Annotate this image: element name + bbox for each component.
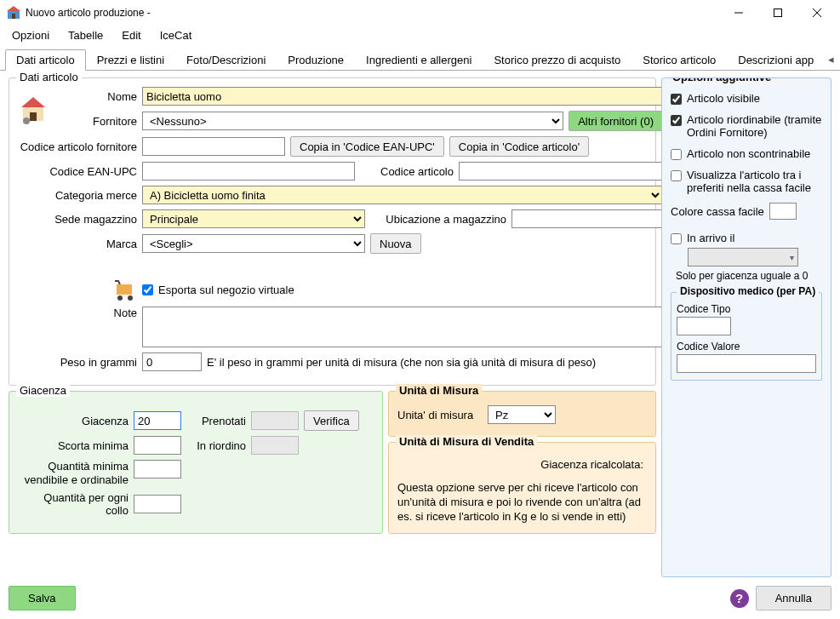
select-marca[interactable]: <Scegli> bbox=[142, 234, 365, 253]
btn-annulla[interactable]: Annulla bbox=[756, 586, 831, 610]
label-esporta: Esporta sul negozio virtuale bbox=[158, 284, 294, 296]
input-giacenza[interactable] bbox=[134, 411, 181, 430]
color-swatch[interactable] bbox=[769, 203, 797, 220]
menu-icecat[interactable]: IceCat bbox=[160, 29, 192, 42]
label-ubicazione: Ubicazione a magazzino bbox=[370, 213, 506, 226]
select-fornitore[interactable]: <Nessuno> bbox=[142, 112, 563, 130]
label-categoria: Categoria merce bbox=[18, 189, 137, 202]
label-codice-ean: Codice EAN-UPC bbox=[18, 165, 137, 178]
label-codice-tipo: Codice Tipo bbox=[677, 303, 816, 315]
input-codice-fornitore[interactable] bbox=[142, 137, 285, 156]
minimize-button[interactable] bbox=[719, 0, 758, 26]
tab-storico-articolo[interactable]: Storico articolo bbox=[631, 49, 727, 70]
svg-point-13 bbox=[128, 295, 133, 301]
legend-dati-articolo: Dati articolo bbox=[16, 71, 82, 83]
label-peso: Peso in grammi bbox=[18, 356, 137, 369]
tab-storico-prezzo[interactable]: Storico prezzo di acquisto bbox=[483, 49, 631, 70]
checkbox-visibile[interactable] bbox=[671, 94, 682, 105]
input-scorta[interactable] bbox=[134, 436, 181, 455]
svg-marker-1 bbox=[7, 6, 20, 11]
tab-foto[interactable]: Foto/Descrizioni bbox=[175, 49, 277, 70]
label-arrivo: In arrivo il bbox=[687, 232, 734, 244]
btn-copia-codice[interactable]: Copia in 'Codice articolo' bbox=[449, 136, 589, 157]
tab-prezzi[interactable]: Prezzi e listini bbox=[86, 49, 175, 70]
group-giacenza: Giacenza Giacenza Prenotati Verifica Sco… bbox=[9, 391, 383, 534]
input-codice-valore[interactable] bbox=[677, 354, 816, 373]
menu-edit[interactable]: Edit bbox=[122, 29, 140, 42]
svg-point-12 bbox=[117, 295, 123, 301]
checkbox-arrivo[interactable] bbox=[671, 233, 682, 244]
label-colore: Colore cassa facile bbox=[671, 205, 764, 218]
btn-altri-fornitori[interactable]: Altri fornitori (0) bbox=[569, 111, 663, 131]
input-prenotati bbox=[251, 411, 299, 430]
checkbox-preferiti[interactable] bbox=[671, 170, 682, 181]
group-dispositivo: Dispositivo medico (per PA) Codice Tipo … bbox=[671, 292, 822, 381]
menu-tabelle[interactable]: Tabelle bbox=[68, 29, 103, 42]
select-sede[interactable]: Principale bbox=[142, 209, 365, 228]
maximize-button[interactable] bbox=[758, 0, 797, 26]
footer: Salva ? Annulla bbox=[0, 581, 840, 619]
group-opzioni: Opzioni aggiuntive Articolo visibile Art… bbox=[661, 77, 831, 577]
btn-nuova-marca[interactable]: Nuova bbox=[370, 233, 421, 254]
tabbar: Dati articolo Prezzi e listini Foto/Desc… bbox=[0, 49, 840, 71]
input-nome[interactable] bbox=[142, 87, 663, 106]
label-preferiti: Visualizza l'articolo tra i preferiti ne… bbox=[687, 169, 822, 194]
input-peso[interactable] bbox=[142, 352, 202, 371]
menubar: Opzioni Tabelle Edit IceCat bbox=[0, 26, 840, 49]
input-qta-collo[interactable] bbox=[134, 495, 181, 513]
textarea-note[interactable] bbox=[142, 307, 663, 347]
tab-dati-articolo[interactable]: Dati articolo bbox=[5, 49, 86, 71]
svg-rect-11 bbox=[117, 284, 132, 295]
label-marca: Marca bbox=[18, 238, 137, 250]
label-riordinabile: Articolo riordinabile (tramite Ordini Fo… bbox=[687, 113, 822, 139]
group-unita: Unità di Misura Unita' di misura Pz bbox=[388, 391, 656, 437]
label-unita: Unita' di misura bbox=[397, 409, 483, 421]
menu-opzioni[interactable]: Opzioni bbox=[12, 29, 49, 42]
house-icon bbox=[18, 95, 49, 126]
tab-ingredienti[interactable]: Ingredienti e allergeni bbox=[355, 49, 483, 70]
titlebar: Nuovo articolo produzione - bbox=[0, 0, 840, 26]
note-solo-giacenza: Solo per giacenza uguale a 0 bbox=[676, 270, 822, 282]
checkbox-riordinabile[interactable] bbox=[671, 115, 682, 126]
legend-dispositivo: Dispositivo medico (per PA) bbox=[677, 285, 819, 297]
label-codice-articolo: Codice articolo bbox=[360, 165, 454, 178]
label-riordino: In riordino bbox=[186, 439, 246, 452]
label-giacenza: Giacenza bbox=[18, 415, 129, 427]
label-qta-min: Quantità minima vendibile e ordinabile bbox=[18, 460, 129, 486]
select-categoria[interactable]: A) Bicicletta uomo finita bbox=[142, 186, 663, 204]
input-codice-tipo[interactable] bbox=[677, 317, 731, 335]
btn-salva[interactable]: Salva bbox=[9, 586, 76, 610]
input-qta-min[interactable] bbox=[134, 460, 181, 479]
date-arrivo[interactable]: ▾ bbox=[688, 248, 798, 267]
cart-icon bbox=[113, 278, 137, 301]
tab-produzione[interactable]: Produzione bbox=[277, 49, 355, 70]
checkbox-scontrinabile[interactable] bbox=[671, 149, 682, 160]
desc-unita-vendita: Questa opzione serve per chi riceve l'ar… bbox=[397, 481, 647, 524]
close-button[interactable] bbox=[797, 0, 837, 26]
svg-rect-9 bbox=[30, 112, 37, 121]
window-title: Nuovo articolo produzione - bbox=[26, 7, 151, 19]
tab-descrizioni-app[interactable]: Descrizioni app bbox=[727, 49, 825, 70]
input-codice-articolo[interactable] bbox=[459, 162, 663, 181]
label-prenotati: Prenotati bbox=[186, 415, 246, 427]
svg-point-10 bbox=[23, 117, 30, 124]
label-qta-collo: Quantità per ogni collo bbox=[18, 491, 129, 517]
select-unita[interactable]: Pz bbox=[488, 405, 556, 424]
group-dati-articolo: Dati articolo Nome Fornitore <Nessuno> A… bbox=[9, 77, 656, 386]
legend-unita: Unità di Misura bbox=[396, 384, 482, 397]
btn-verifica[interactable]: Verifica bbox=[304, 410, 359, 431]
group-unita-vendita: Unità di Misura di Vendita Giacenza rica… bbox=[388, 442, 656, 534]
svg-rect-2 bbox=[12, 14, 15, 19]
input-codice-ean[interactable] bbox=[142, 162, 355, 181]
svg-rect-4 bbox=[774, 9, 782, 17]
label-scorta: Scorta minima bbox=[18, 439, 129, 452]
checkbox-esporta[interactable] bbox=[142, 284, 153, 295]
tab-scroll-left-icon[interactable]: ◂ bbox=[825, 53, 837, 66]
help-icon[interactable]: ? bbox=[730, 589, 749, 608]
svg-marker-7 bbox=[21, 97, 45, 107]
label-ricalcolata: Giacenza ricalcolata: bbox=[397, 458, 643, 471]
label-visibile: Articolo visibile bbox=[687, 92, 760, 105]
btn-copia-ean[interactable]: Copia in 'Codice EAN-UPC' bbox=[290, 136, 444, 157]
label-codice-fornitore: Codice articolo fornitore bbox=[18, 140, 137, 153]
input-ubicazione[interactable] bbox=[511, 209, 663, 228]
